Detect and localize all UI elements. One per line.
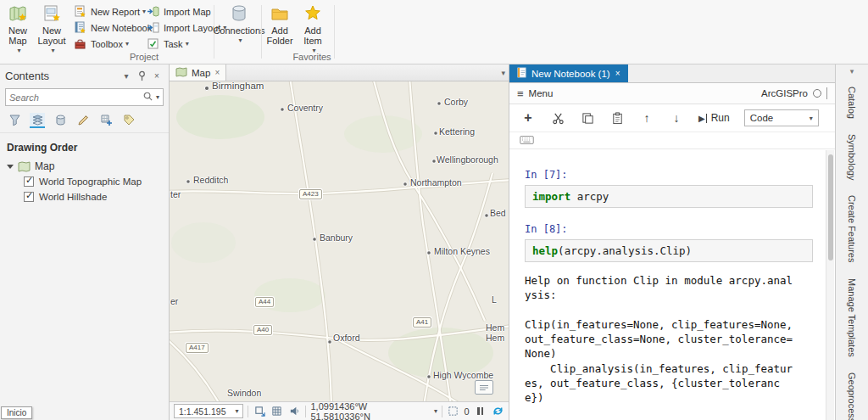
map-label: Redditch (193, 175, 228, 185)
import-map-icon (147, 5, 159, 18)
new-layout-button[interactable]: New Layout ▾ (35, 3, 69, 53)
add-item-label: Add Item (297, 25, 329, 46)
run-label: Run (711, 112, 730, 124)
expander-icon[interactable] (7, 165, 14, 169)
bookmark-icon[interactable] (253, 405, 266, 418)
tab-symbology[interactable]: Symbology (847, 126, 857, 188)
list-by-snapping-icon[interactable] (98, 113, 114, 128)
code-keyword: help (532, 244, 558, 257)
layer-row[interactable]: ✓ World Topographic Map (0, 174, 169, 189)
notebook-tabbar: New Notebook (1) × (509, 64, 835, 83)
map-statusbar: 1:1.451.195 ▾ 1,0991436°W 51,5810336°N ▾… (170, 401, 509, 420)
road-shield: A44 (255, 297, 274, 307)
dropdown-arrow-icon: ▾ (810, 115, 813, 122)
notebook-toolbar: + ↑ ↓ ▶ Run Code ▾ (509, 104, 835, 132)
notebook-cells[interactable]: In [7]: import arcpy In [8]: help(arcpy.… (509, 150, 835, 420)
road-shield: A41 (413, 317, 431, 328)
hamburger-icon[interactable]: ≡ (517, 87, 524, 100)
cell-prompt: In [7]: (525, 169, 813, 181)
tab-geoprocessing[interactable]: Geoprocessing (847, 365, 857, 420)
pause-icon[interactable] (474, 405, 487, 418)
cell-output: Help on function Clip in module arcpy.an… (525, 273, 794, 420)
close-pane-icon[interactable]: × (150, 69, 164, 82)
list-by-data-source-icon[interactable] (53, 113, 68, 128)
layer-label: World Topographic Map (39, 176, 142, 187)
map-label: er (170, 296, 178, 306)
close-tab-icon[interactable]: × (615, 69, 620, 78)
notebook-pane: New Notebook (1) × ≡ Menu ArcGISPro + (509, 64, 835, 420)
map-canvas[interactable]: Birmingham Coventry Corby Kettering Redd… (170, 81, 509, 401)
menu-label[interactable]: Menu (529, 88, 554, 98)
search-input[interactable] (9, 92, 142, 103)
kernel-name: ArcGISPro (761, 88, 808, 98)
search-dropdown-icon[interactable]: ▾ (156, 93, 159, 101)
scale-selector[interactable]: 1:1.451.195 ▾ (174, 404, 243, 418)
layer-checkbox[interactable]: ✓ (24, 192, 34, 202)
notebook-tab[interactable]: New Notebook (1) × (509, 64, 628, 82)
code-cell[interactable]: help(arcpy.analysis.Clip) (525, 239, 813, 262)
tab-manage-templates[interactable]: Manage Templates (847, 271, 857, 365)
connections-button[interactable]: Connections ▾ (219, 3, 259, 53)
list-by-drawing-order-icon[interactable] (30, 113, 45, 128)
selection-icon[interactable] (447, 405, 460, 418)
code-text: arcpy (570, 190, 609, 203)
add-cell-icon[interactable]: + (520, 110, 536, 126)
tab-catalog[interactable]: Catalog (847, 79, 857, 126)
map-tab[interactable]: Map × (170, 64, 226, 81)
strip-menu-icon[interactable]: ▾ (850, 67, 854, 76)
run-cell-button[interactable]: ▶ Run (698, 112, 730, 124)
move-cell-down-icon[interactable]: ↓ (669, 110, 684, 126)
keyboard-shortcuts-icon[interactable] (520, 135, 534, 147)
task-label: Task (164, 39, 183, 49)
add-item-button[interactable]: Add Item ▾ (297, 3, 329, 53)
pin-icon[interactable] (135, 69, 148, 82)
add-folder-button[interactable]: Add Folder (264, 3, 295, 53)
road-shield: A40 (253, 325, 272, 335)
map-label: Birmingham (212, 81, 264, 91)
layer-row[interactable]: ✓ World Hillshade (0, 189, 169, 204)
map-tree-node[interactable]: Map (0, 159, 169, 174)
cut-cell-icon[interactable] (550, 110, 565, 126)
new-map-icon (8, 4, 27, 23)
refresh-icon[interactable] (491, 405, 504, 418)
notebook-tab-label: New Notebook (1) (531, 69, 610, 79)
audio-icon[interactable] (288, 405, 302, 418)
task-button[interactable]: Task ▾ (144, 36, 229, 51)
tab-create-features[interactable]: Create Features (847, 188, 857, 270)
list-by-editing-icon[interactable] (75, 113, 91, 128)
filter-icon[interactable] (7, 113, 22, 128)
add-item-icon (303, 4, 322, 23)
road-shield: A423 (299, 189, 322, 199)
close-tab-icon[interactable]: × (214, 68, 220, 77)
contents-header: Contents ▾ × (0, 64, 169, 87)
notebook-scrollbar[interactable] (826, 150, 834, 420)
map-label: Wellingborough (437, 154, 498, 165)
ribbon: New Map ▾ New Layout ▾ New Report ▾ (0, 0, 868, 64)
import-map-button[interactable]: Import Map (144, 4, 229, 19)
ribbon-separator (334, 5, 335, 59)
arcgis-pro-window: New Map ▾ New Layout ▾ New Report ▾ (0, 0, 868, 420)
connections-icon (230, 4, 248, 23)
dropdown-arrow-icon: ▾ (235, 407, 238, 415)
layer-checkbox[interactable]: ✓ (24, 176, 34, 187)
kernel-separator (826, 87, 827, 99)
dropdown-arrow-icon[interactable]: ▾ (434, 407, 437, 415)
cell-type-select[interactable]: Code ▾ (744, 109, 819, 126)
tab-list-icon[interactable]: ▾ (501, 69, 505, 77)
move-cell-up-icon[interactable]: ↑ (639, 110, 654, 126)
dropdown-arrow-icon: ▾ (51, 46, 54, 56)
scrollbar-thumb[interactable] (828, 154, 833, 260)
list-by-labeling-icon[interactable] (121, 113, 136, 128)
contents-search[interactable]: ▾ (5, 88, 164, 106)
code-cell[interactable]: import arcpy (525, 185, 813, 208)
copy-cell-icon[interactable] (580, 110, 595, 126)
map-label: ter (170, 189, 181, 199)
notification-icon[interactable] (475, 380, 493, 395)
grid-icon[interactable] (270, 405, 284, 418)
search-icon (142, 91, 153, 104)
paste-cell-icon[interactable] (609, 110, 625, 126)
pane-menu-icon[interactable]: ▾ (120, 69, 133, 82)
new-map-button[interactable]: New Map ▾ (2, 3, 34, 53)
new-notebook-label: New Notebook (91, 23, 152, 33)
cell-type-value: Code (750, 113, 774, 123)
